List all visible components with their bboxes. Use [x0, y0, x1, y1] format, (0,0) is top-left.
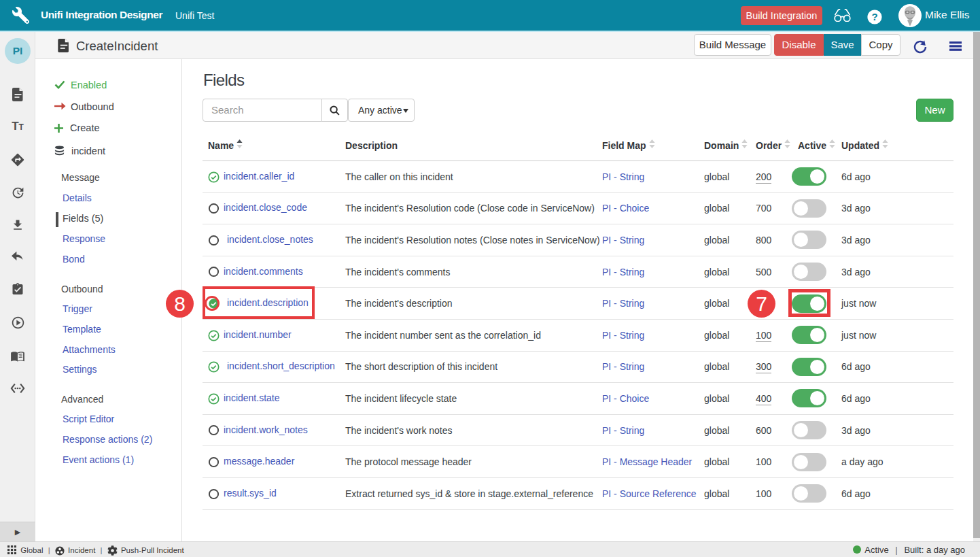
svg-text:?: ?: [871, 11, 877, 22]
